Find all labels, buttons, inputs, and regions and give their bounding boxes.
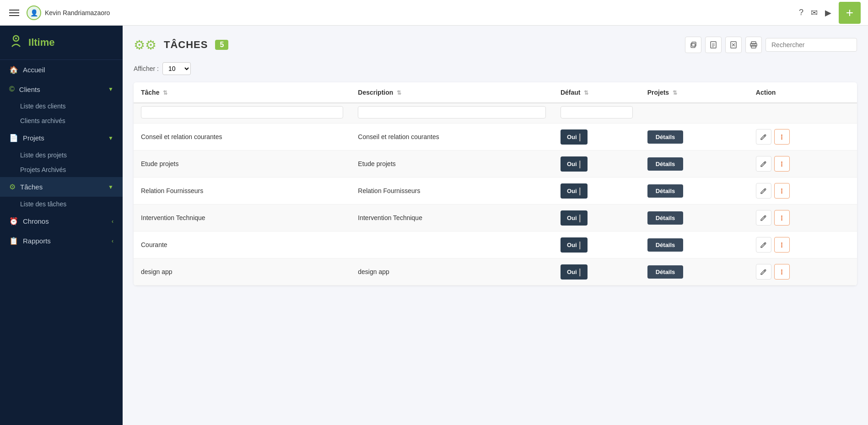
delete-button-4[interactable] <box>774 237 790 253</box>
oui-button-4[interactable]: Oui | <box>561 237 588 253</box>
delete-icon <box>778 215 785 221</box>
sidebar-sub-clients-archives[interactable]: Clients archivés <box>0 113 123 128</box>
oui-button-5[interactable]: Oui | <box>561 264 588 280</box>
table-row: Conseil et relation courantes Conseil et… <box>134 124 857 151</box>
filter-defaut-input[interactable] <box>561 106 633 118</box>
svg-point-28 <box>781 246 782 247</box>
col-defaut[interactable]: Défaut ⇅ <box>553 82 640 103</box>
chronos-icon: ⏰ <box>9 217 18 226</box>
details-button-5[interactable]: Détails <box>647 265 684 279</box>
edit-button-4[interactable] <box>756 237 771 253</box>
sidebar-label-taches: Tâches <box>20 183 43 191</box>
sidebar-label-accueil: Accueil <box>23 66 45 74</box>
copy-icon <box>690 41 697 48</box>
page-title-bar: ⚙⚙ TÂCHES 5 <box>134 37 857 53</box>
svg-point-30 <box>781 269 782 271</box>
details-button-3[interactable]: Détails <box>647 211 684 225</box>
show-select[interactable]: 10 25 50 100 <box>162 62 191 75</box>
add-button[interactable]: + <box>839 2 861 24</box>
edit-button-5[interactable] <box>756 264 771 280</box>
edit-button-1[interactable] <box>756 156 771 172</box>
rapports-icon: 📋 <box>9 237 18 245</box>
page-title: TÂCHES <box>164 39 208 51</box>
sidebar-sub-liste-projets[interactable]: Liste des projets <box>0 148 123 162</box>
sidebar-item-rapports[interactable]: 📋 Rapports ‹ <box>0 231 123 251</box>
action-buttons-4 <box>756 237 850 253</box>
mail-button[interactable]: ✉ <box>811 8 818 18</box>
svg-point-27 <box>781 242 782 244</box>
search-input[interactable] <box>766 38 857 52</box>
oui-button-3[interactable]: Oui | <box>561 210 588 226</box>
filter-description-input[interactable] <box>358 106 546 118</box>
svg-point-17 <box>781 163 782 165</box>
cell-tache-3: Intervention Technique <box>134 204 350 231</box>
cell-action-0 <box>749 124 857 151</box>
delete-icon <box>778 188 785 194</box>
hamburger-button[interactable] <box>7 8 21 18</box>
oui-toggle-3: | <box>579 213 581 223</box>
oui-button-1[interactable]: Oui | <box>561 156 588 172</box>
action-buttons-0 <box>756 129 850 145</box>
svg-point-29 <box>781 271 782 273</box>
sidebar-item-projets[interactable]: 📄 Projets ▼ <box>0 128 123 148</box>
action-buttons-3 <box>756 210 850 226</box>
col-projets[interactable]: Projets ⇅ <box>640 82 749 103</box>
edit-button-0[interactable] <box>756 129 771 145</box>
projets-icon: 📄 <box>9 134 18 142</box>
cell-description-0: Conseil et relation courantes <box>350 124 553 151</box>
cell-defaut-5: Oui | <box>553 258 640 285</box>
oui-toggle-2: | <box>579 186 581 196</box>
play-button[interactable]: ▶ <box>825 8 831 18</box>
chevron-taches: ▼ <box>108 184 113 190</box>
table-row: Relation Fournisseurs Relation Fournisse… <box>134 178 857 204</box>
action-buttons-5 <box>756 264 850 280</box>
details-button-4[interactable]: Détails <box>647 238 684 252</box>
edit-button-3[interactable] <box>756 210 771 226</box>
delete-button-0[interactable] <box>774 129 790 145</box>
sidebar-label-clients: Clients <box>19 86 40 93</box>
oui-button-0[interactable]: Oui | <box>561 129 588 145</box>
sort-projets-icon: ⇅ <box>673 90 677 96</box>
sidebar-sub-liste-clients[interactable]: Liste des clients <box>0 99 123 113</box>
export-csv-button[interactable] <box>705 37 722 53</box>
header-right: ? ✉ ▶ + <box>799 2 861 24</box>
sidebar-item-clients[interactable]: © Clients ▼ <box>0 80 123 99</box>
details-button-1[interactable]: Détails <box>647 157 684 171</box>
main-content: ⚙⚙ TÂCHES 5 <box>123 26 868 425</box>
cell-description-2: Relation Fournisseurs <box>350 178 553 204</box>
edit-button-2[interactable] <box>756 183 771 199</box>
help-button[interactable]: ? <box>799 8 803 17</box>
export-excel-button[interactable] <box>725 37 742 53</box>
copy-button[interactable] <box>685 37 701 53</box>
oui-button-2[interactable]: Oui | <box>561 183 588 199</box>
delete-button-3[interactable] <box>774 210 790 226</box>
delete-icon <box>778 242 785 248</box>
col-action: Action <box>749 82 857 103</box>
svg-point-31 <box>781 273 782 274</box>
delete-button-5[interactable] <box>774 264 790 280</box>
cell-defaut-4: Oui | <box>553 231 640 258</box>
sidebar-item-taches[interactable]: ⚙ Tâches ▼ <box>0 177 123 197</box>
delete-button-2[interactable] <box>774 183 790 199</box>
sidebar-item-chronos[interactable]: ⏰ Chronos ‹ <box>0 211 123 231</box>
details-button-0[interactable]: Détails <box>647 130 684 144</box>
csv-icon <box>710 41 717 48</box>
sidebar-item-accueil[interactable]: 🏠 Accueil <box>0 60 123 80</box>
filter-tache-input[interactable] <box>141 106 343 118</box>
cell-action-4 <box>749 231 857 258</box>
svg-point-23 <box>781 217 782 219</box>
delete-button-1[interactable] <box>774 156 790 172</box>
delete-icon <box>778 269 785 275</box>
sidebar-sub-projets-archives[interactable]: Projets Archivés <box>0 162 123 177</box>
print-button[interactable] <box>745 37 762 53</box>
col-tache[interactable]: Tâche ⇅ <box>134 82 350 103</box>
cell-projets-1: Détails <box>640 151 749 178</box>
sidebar-sub-liste-taches[interactable]: Liste des tâches <box>0 197 123 211</box>
sidebar: Iltime 🏠 Accueil © Clients ▼ Liste des c… <box>0 26 123 425</box>
cell-description-5: design app <box>350 258 553 285</box>
details-button-2[interactable]: Détails <box>647 184 684 198</box>
col-description[interactable]: Description ⇅ <box>350 82 553 103</box>
logo-icon <box>7 34 25 51</box>
table-row: Intervention Technique Intervention Tech… <box>134 204 857 231</box>
cell-tache-1: Etude projets <box>134 151 350 178</box>
